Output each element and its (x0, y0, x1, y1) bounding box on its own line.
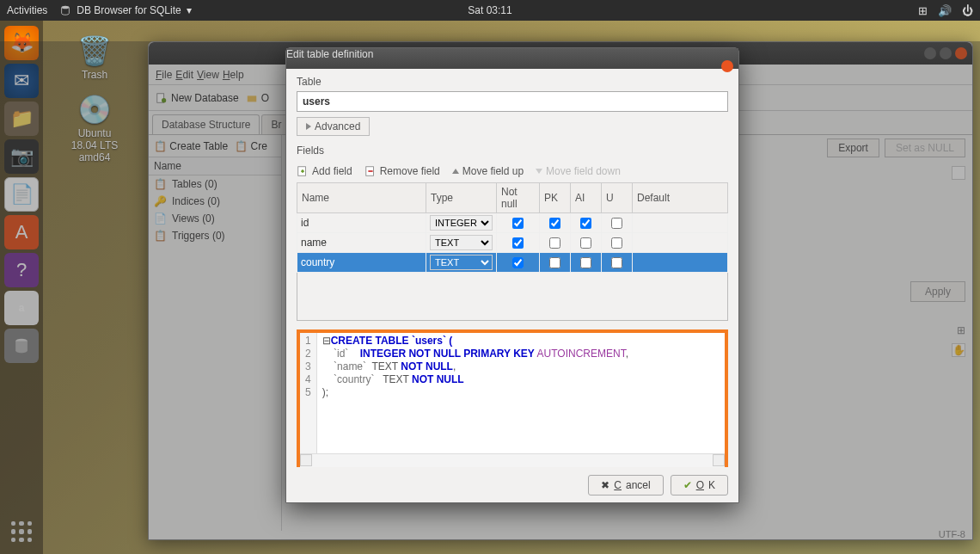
field-row[interactable]: countryTEXT (297, 253, 728, 273)
add-icon (297, 165, 309, 177)
chevron-right-icon (306, 123, 311, 130)
ok-check-icon: ✔ (683, 479, 692, 491)
svg-point-0 (62, 6, 70, 9)
col-type: Type (426, 183, 497, 213)
modal-close-icon[interactable] (721, 60, 733, 72)
move-field-up-button[interactable]: Move field up (452, 165, 524, 177)
remove-icon (364, 165, 377, 177)
field-ai-checkbox[interactable] (580, 218, 591, 229)
field-u-checkbox[interactable] (611, 237, 622, 249)
field-default-cell[interactable] (633, 253, 728, 273)
field-pk-checkbox[interactable] (549, 257, 560, 268)
network-icon[interactable]: ⊞ (918, 4, 928, 17)
move-field-down-button: Move field down (536, 165, 621, 177)
app-menu[interactable]: DB Browser for SQLite ▾ (59, 4, 191, 16)
sql-code[interactable]: ⊟CREATE TABLE `users` ( `id` INTEGER NOT… (317, 333, 634, 453)
field-name-cell[interactable]: name (297, 233, 426, 253)
sql-gutter: 12345 (300, 333, 317, 453)
add-field-button[interactable]: Add field (297, 165, 352, 177)
fields-table: Name Type Not null PK AI U Default idINT… (297, 182, 728, 273)
scroll-left-icon[interactable] (300, 454, 312, 466)
edit-table-modal: Edit table definition Table Advanced Fie… (285, 47, 739, 503)
field-default-cell[interactable] (633, 233, 728, 253)
ok-button[interactable]: ✔OK (671, 475, 728, 496)
cancel-x-icon: ✖ (601, 479, 609, 491)
fields-label: Fields (297, 145, 728, 157)
col-notnull: Not null (497, 183, 540, 213)
field-type-select[interactable]: TEXT (430, 235, 493, 250)
volume-icon[interactable]: 🔊 (938, 4, 952, 17)
col-ai: AI (571, 183, 602, 213)
field-type-select[interactable]: INTEGER (430, 215, 493, 231)
arrow-up-icon (452, 169, 459, 174)
field-nn-checkbox[interactable] (512, 218, 524, 229)
field-pk-checkbox[interactable] (549, 218, 560, 229)
col-name: Name (297, 183, 426, 213)
col-pk: PK (540, 183, 571, 213)
field-name-cell[interactable]: country (297, 253, 426, 273)
field-pk-checkbox[interactable] (549, 237, 560, 249)
scroll-right-icon[interactable] (713, 454, 725, 466)
field-nn-checkbox[interactable] (512, 237, 524, 249)
advanced-toggle[interactable]: Advanced (297, 117, 370, 136)
field-u-checkbox[interactable] (611, 257, 622, 268)
arrow-down-icon (536, 169, 542, 174)
field-row[interactable]: nameTEXT (297, 233, 728, 253)
field-default-cell[interactable] (633, 213, 728, 233)
field-name-cell[interactable]: id (297, 213, 426, 233)
database-icon (59, 4, 71, 16)
table-name-input[interactable] (297, 91, 728, 112)
fields-toolbar: Add field Remove field Move field up Mov… (297, 160, 728, 182)
col-u: U (602, 183, 633, 213)
modal-titlebar: Edit table definition (286, 48, 738, 69)
field-nn-checkbox[interactable] (512, 257, 524, 268)
power-icon[interactable]: ⏻ (962, 4, 973, 17)
sql-preview-highlighted: 12345 ⊟CREATE TABLE `users` ( `id` INTEG… (297, 329, 728, 467)
sql-scrollbar[interactable] (300, 453, 725, 467)
table-label: Table (297, 76, 728, 88)
field-row[interactable]: idINTEGER (297, 213, 728, 233)
cancel-button[interactable]: ✖Cancel (588, 475, 663, 496)
remove-field-button[interactable]: Remove field (364, 165, 440, 177)
gnome-topbar: Activities DB Browser for SQLite ▾ Sat 0… (0, 0, 980, 21)
col-default: Default (633, 183, 728, 213)
activities-button[interactable]: Activities (7, 4, 47, 16)
field-ai-checkbox[interactable] (580, 237, 591, 249)
field-type-select[interactable]: TEXT (430, 255, 493, 270)
field-u-checkbox[interactable] (611, 218, 622, 229)
field-ai-checkbox[interactable] (580, 257, 591, 268)
clock[interactable]: Sat 03:11 (468, 4, 511, 16)
